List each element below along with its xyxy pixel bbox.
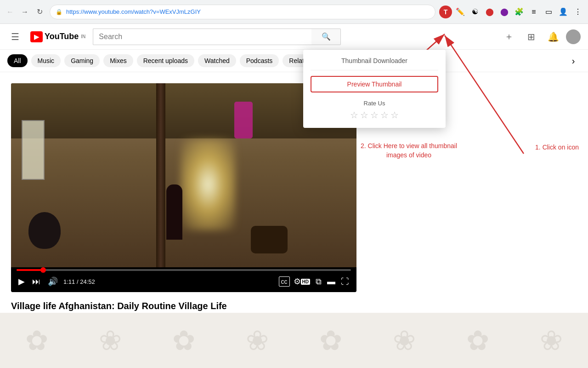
pill-music[interactable]: Music — [31, 54, 61, 67]
fullscreen-button[interactable]: ⛶ — [339, 275, 351, 288]
miniplayer-button[interactable]: ⧉ — [314, 275, 323, 288]
quality-badge: HD — [301, 279, 310, 285]
progress-filled — [17, 269, 43, 271]
address-url: https://www.youtube.com/watch?v=WExVJmLz… — [66, 8, 201, 15]
browser-chrome: ← → ↻ 🔒 https://www.youtube.com/watch?v=… — [0, 0, 588, 24]
play-button[interactable]: ▶ — [17, 275, 27, 288]
chrome-menu-icon[interactable]: ⋮ — [571, 6, 584, 18]
scene-animal — [251, 226, 288, 253]
progress-bar[interactable] — [17, 269, 351, 271]
back-button[interactable]: ← — [4, 6, 17, 18]
pill-podcasts[interactable]: Podcasts — [240, 54, 279, 67]
flower-deco-6: ❀ — [393, 324, 416, 356]
subtitles-button[interactable]: cc — [279, 276, 290, 287]
thumbnail-downloader-popup: Thumbnail Downloader Preview Thumbnail R… — [303, 50, 446, 128]
star-5[interactable]: ☆ — [390, 109, 399, 121]
hamburger-menu-icon[interactable]: ☰ — [7, 28, 23, 46]
youtube-logo-icon: ▶ — [30, 31, 43, 42]
flower-deco-8: ❀ — [540, 324, 563, 356]
video-controls: ▶ ⏭ 🔊 1:11 / 24:52 cc ⚙HD ⧉ ▬ ⛶ — [11, 267, 356, 292]
rate-us-label: Rate Us — [311, 100, 438, 107]
total-time: 24:52 — [80, 278, 95, 285]
purple-icon[interactable]: ⬤ — [498, 6, 511, 18]
url-path: /watch?v=WExVJmLzGIY — [133, 8, 201, 15]
scene-figure — [166, 184, 182, 240]
header-right-controls: ＋ ⊞ 🔔 — [500, 28, 581, 46]
youtube-logo-text: YouTube — [45, 32, 79, 41]
star-2[interactable]: ☆ — [360, 109, 368, 121]
apps-grid-icon: ⊞ — [527, 31, 535, 42]
current-time: 1:11 — [63, 278, 75, 285]
scene-light — [181, 138, 236, 230]
list-icon[interactable]: ≡ — [527, 6, 540, 18]
time-display: 1:11 / 24:52 — [63, 278, 95, 285]
search-input[interactable] — [93, 29, 311, 45]
scene-door — [22, 120, 45, 180]
youtube-header: ☰ ▶ YouTubeIN 🔍 ＋ ⊞ 🔔 — [0, 24, 588, 50]
controls-row: ▶ ⏭ 🔊 1:11 / 24:52 cc ⚙HD ⧉ ▬ ⛶ — [17, 275, 351, 288]
star-1[interactable]: ☆ — [350, 109, 358, 121]
youtube-logo[interactable]: ▶ YouTubeIN — [30, 31, 85, 42]
pills-bar: All Music Gaming Mixes Recent uploads Wa… — [0, 50, 588, 72]
nav-buttons: ← → ↻ — [4, 6, 46, 18]
pills-next-arrow[interactable]: › — [566, 53, 581, 68]
flower-deco-7: ✿ — [466, 324, 489, 356]
pill-recent[interactable]: Recent uploads — [137, 54, 194, 67]
flower-deco-4: ❀ — [246, 324, 269, 356]
video-title: Village life Afghanistan: Daily Routine … — [11, 299, 356, 312]
thumbnail-downloader-icon[interactable]: T — [439, 6, 452, 18]
volume-button[interactable]: 🔊 — [46, 275, 60, 288]
reload-button[interactable]: ↻ — [33, 6, 46, 18]
bottom-decoration: ✿ ❀ ✿ ❀ ✿ ❀ ✿ ❀ — [0, 313, 588, 368]
puzzle-icon[interactable]: 🧩 — [513, 6, 526, 18]
yin-yang-icon[interactable]: ☯ — [469, 6, 481, 18]
star-4[interactable]: ☆ — [380, 109, 389, 121]
pill-watched[interactable]: Watched — [198, 54, 236, 67]
pencil-icon[interactable]: ✏️ — [454, 6, 467, 18]
next-button[interactable]: ⏭ — [30, 275, 42, 288]
flower-deco-5: ✿ — [319, 324, 342, 356]
flower-deco-1: ✿ — [25, 324, 48, 356]
scene-object-left — [28, 212, 61, 249]
lock-icon: 🔒 — [56, 9, 62, 15]
address-bar[interactable]: 🔒 https://www.youtube.com/watch?v=WExVJm… — [50, 5, 435, 19]
pill-all[interactable]: All — [7, 54, 28, 67]
preview-thumbnail-button[interactable]: Preview Thumbnail — [311, 76, 438, 92]
flower-deco-2: ❀ — [99, 324, 122, 356]
create-button[interactable]: ＋ — [500, 28, 518, 46]
flower-deco-3: ✿ — [172, 324, 195, 356]
theatre-button[interactable]: ▬ — [325, 275, 337, 288]
apps-button[interactable]: ⊞ — [522, 28, 540, 46]
search-bar: 🔍 — [93, 29, 341, 45]
settings-button[interactable]: ⚙HD — [292, 275, 312, 288]
sidebar-icon[interactable]: ▭ — [542, 6, 555, 18]
progress-dot — [40, 267, 46, 273]
person-icon[interactable]: 👤 — [557, 6, 570, 18]
star-3[interactable]: ☆ — [370, 109, 379, 121]
forward-button[interactable]: → — [18, 6, 31, 18]
popup-title: Thumbnail Downloader — [311, 57, 438, 70]
red-circle2-icon[interactable]: ⬤ — [483, 6, 496, 18]
extensions-area: T ✏️ ☯ ⬤ ⬤ 🧩 ≡ ▭ 👤 ⋮ — [439, 6, 584, 18]
pill-mixes[interactable]: Mixes — [103, 54, 133, 67]
youtube-country-badge: IN — [81, 34, 85, 39]
pill-gaming[interactable]: Gaming — [64, 54, 100, 67]
notifications-button[interactable]: 🔔 — [544, 28, 562, 46]
scene-pillar — [156, 83, 165, 267]
right-controls: cc ⚙HD ⧉ ▬ ⛶ — [279, 275, 351, 288]
scene-pink-cloth — [234, 102, 253, 138]
create-icon: ＋ — [504, 30, 514, 43]
user-avatar[interactable] — [566, 29, 581, 44]
star-rating[interactable]: ☆ ☆ ☆ ☆ ☆ — [311, 109, 438, 121]
bell-icon: 🔔 — [548, 31, 559, 42]
search-button[interactable]: 🔍 — [311, 29, 341, 45]
url-domain: https://www.youtube.com — [66, 8, 133, 15]
